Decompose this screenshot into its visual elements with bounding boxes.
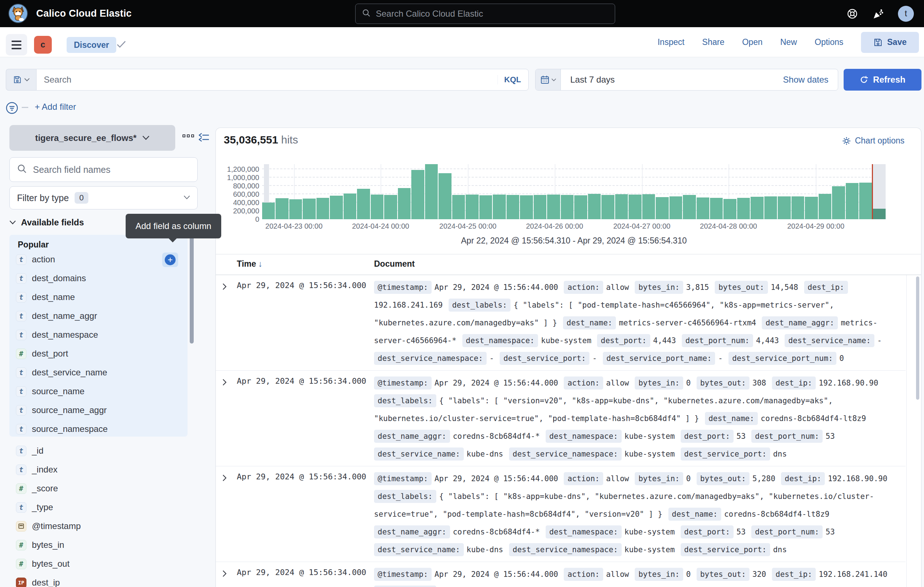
histogram-bar[interactable] xyxy=(425,164,438,219)
field-item-dest_ip[interactable]: IPdest_ip xyxy=(10,573,188,587)
space-badge[interactable]: c xyxy=(34,36,52,54)
histogram-bar[interactable] xyxy=(696,197,709,219)
histogram-bar[interactable] xyxy=(588,194,601,219)
add-filter-button[interactable]: + Add filter xyxy=(35,102,76,112)
add-field-as-column-button[interactable]: + xyxy=(162,253,178,267)
time-range-value[interactable]: Last 7 days xyxy=(570,74,783,85)
field-search-box[interactable] xyxy=(10,157,198,182)
field-item-dest_name_aggr[interactable]: tdest_name_aggr xyxy=(10,306,188,326)
save-button[interactable]: Save xyxy=(861,32,919,53)
index-pattern-selector[interactable]: tigera_secure_ee_flows* xyxy=(10,125,175,151)
field-item-_index[interactable]: t_index xyxy=(10,460,188,479)
histogram-bar[interactable] xyxy=(737,198,750,219)
histogram-bar[interactable] xyxy=(615,194,628,219)
histogram-bar[interactable] xyxy=(371,195,383,219)
field-item-source_name_aggr[interactable]: tsource_name_aggr xyxy=(10,401,188,420)
menu-item-open[interactable]: Open xyxy=(742,37,762,47)
field-item-dest_name[interactable]: tdest_name xyxy=(10,288,188,306)
histogram-bar[interactable] xyxy=(805,197,818,219)
show-dates-link[interactable]: Show dates xyxy=(783,74,828,85)
histogram-bar[interactable] xyxy=(520,195,533,219)
histogram-bar[interactable] xyxy=(547,195,560,219)
collapse-sidebar-icon[interactable] xyxy=(199,132,210,144)
field-item-@timestamp[interactable]: @timestamp xyxy=(10,517,188,536)
histogram-bar[interactable] xyxy=(764,197,777,219)
field-search-input[interactable] xyxy=(33,164,190,175)
histogram-bar[interactable] xyxy=(670,197,682,219)
histogram-chart[interactable]: 0200,000400,000600,000800,0001,000,0001,… xyxy=(262,164,886,219)
histogram-bar[interactable] xyxy=(303,198,315,219)
query-input-box[interactable]: KQL xyxy=(36,69,529,91)
menu-item-inspect[interactable]: Inspect xyxy=(658,37,684,47)
histogram-bar[interactable] xyxy=(357,189,370,219)
global-search-input[interactable] xyxy=(376,9,608,19)
query-input[interactable] xyxy=(44,74,497,85)
histogram-bar[interactable] xyxy=(574,195,587,219)
table-scrollbar[interactable] xyxy=(916,276,919,400)
time-column-header[interactable]: Time↓ xyxy=(237,259,262,269)
expand-row-icon[interactable] xyxy=(221,378,228,388)
field-statistics-icon[interactable] xyxy=(183,134,194,137)
saved-queries-button[interactable] xyxy=(6,69,36,91)
histogram-bar[interactable] xyxy=(493,195,505,219)
date-picker[interactable]: Last 7 days Show dates xyxy=(535,69,838,91)
field-item-bytes_in[interactable]: #bytes_in xyxy=(10,536,188,554)
field-item-bytes_out[interactable]: #bytes_out xyxy=(10,554,188,573)
histogram-bar[interactable] xyxy=(859,183,872,219)
histogram-bar[interactable] xyxy=(723,199,736,219)
histogram-bar[interactable] xyxy=(507,195,519,219)
histogram-bar[interactable] xyxy=(411,170,424,219)
histogram-bar[interactable] xyxy=(778,197,790,219)
breadcrumb[interactable]: Discover xyxy=(67,37,116,53)
field-item-_type[interactable]: t_type xyxy=(10,498,188,517)
chart-options-button[interactable]: Chart options xyxy=(842,136,904,146)
field-item-action[interactable]: taction+ xyxy=(10,250,188,269)
histogram-bar[interactable] xyxy=(398,188,411,219)
histogram-bar[interactable] xyxy=(792,197,804,219)
histogram-bar[interactable] xyxy=(289,199,302,219)
help-icon[interactable] xyxy=(846,0,858,27)
sidebar-scrollbar[interactable] xyxy=(190,236,194,344)
filter-by-type-dropdown[interactable]: Filter by type 0 xyxy=(10,186,198,210)
histogram-bar[interactable] xyxy=(262,203,275,219)
expand-row-icon[interactable] xyxy=(221,282,228,293)
refresh-button[interactable]: Refresh xyxy=(844,69,921,91)
kql-selector[interactable]: KQL xyxy=(497,75,521,84)
histogram-bar[interactable] xyxy=(452,195,465,219)
field-item-dest_port[interactable]: #dest_port xyxy=(10,344,188,363)
histogram-bar[interactable] xyxy=(330,196,343,219)
filter-menu-icon[interactable] xyxy=(5,101,19,116)
histogram-bar[interactable] xyxy=(656,197,668,219)
field-item-source_name[interactable]: tsource_name xyxy=(10,382,188,401)
menu-item-share[interactable]: Share xyxy=(702,37,724,47)
field-item-_id[interactable]: t_id xyxy=(10,441,188,460)
global-search[interactable] xyxy=(355,3,615,24)
histogram-bar[interactable] xyxy=(276,198,288,219)
newsfeed-icon[interactable] xyxy=(873,0,884,27)
field-item-dest_namespace[interactable]: tdest_namespace xyxy=(10,326,188,344)
histogram-bar[interactable] xyxy=(343,193,356,219)
histogram-bar[interactable] xyxy=(710,198,723,219)
field-item-dest_domains[interactable]: tdest_domains xyxy=(10,269,188,288)
histogram-bar[interactable] xyxy=(465,195,478,219)
histogram-bar[interactable] xyxy=(561,195,574,219)
histogram-bar[interactable] xyxy=(818,194,831,219)
menu-button[interactable] xyxy=(6,34,27,55)
field-item-source_namespace[interactable]: tsource_namespace xyxy=(10,420,188,438)
expand-row-icon[interactable] xyxy=(221,569,228,579)
histogram-bar[interactable] xyxy=(479,195,492,219)
calendar-button[interactable] xyxy=(536,69,561,90)
field-item-_score[interactable]: #_score xyxy=(10,479,188,498)
available-fields-toggle[interactable]: Available fields xyxy=(10,217,84,228)
histogram-bar[interactable] xyxy=(873,209,886,219)
field-item-dest_service_name[interactable]: tdest_service_name xyxy=(10,363,188,382)
histogram-bar[interactable] xyxy=(439,173,451,219)
histogram-bar[interactable] xyxy=(642,194,655,219)
histogram-bar[interactable] xyxy=(832,186,845,219)
histogram-bar[interactable] xyxy=(629,195,641,219)
menu-item-new[interactable]: New xyxy=(780,37,797,47)
expand-row-icon[interactable] xyxy=(221,474,228,484)
histogram-bar[interactable] xyxy=(534,195,546,219)
histogram-bar[interactable] xyxy=(317,198,329,219)
histogram-bar[interactable] xyxy=(751,197,763,219)
